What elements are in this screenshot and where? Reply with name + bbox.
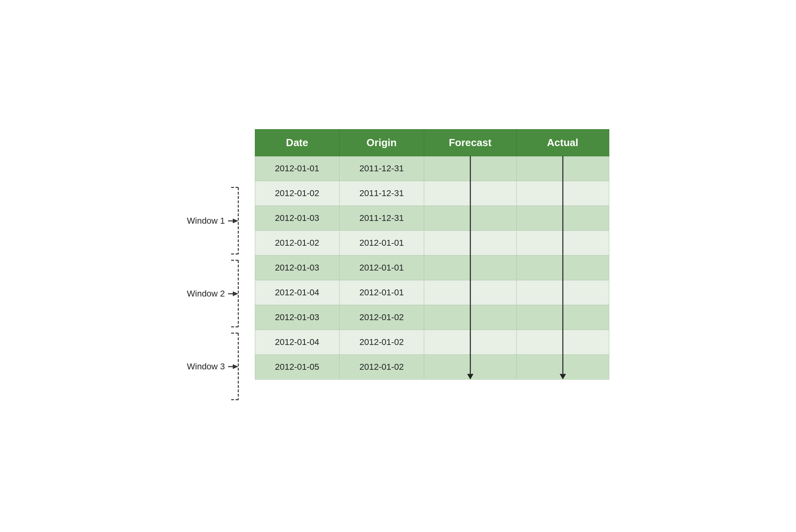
cell-origin: 2012-01-02 <box>340 305 424 330</box>
header-origin: Origin <box>340 130 424 156</box>
header-actual: Actual <box>516 130 609 156</box>
window-2-group: Window 2 <box>187 257 250 330</box>
window-2-bracket-svg <box>227 257 243 330</box>
window-2-bracket <box>227 257 243 330</box>
window-2-label: Window 2 <box>187 289 225 299</box>
window-1-bracket-svg <box>227 184 243 257</box>
cell-actual <box>516 156 609 181</box>
window-3-bracket <box>227 330 243 403</box>
table-row: 2012-01-032012-01-02 <box>255 305 609 330</box>
cell-forecast <box>424 156 516 181</box>
table-row: 2012-01-042012-01-01 <box>255 280 609 305</box>
table-body: 2012-01-012011-12-31 2012-01-022011-12-3… <box>255 156 609 380</box>
cell-origin: 2012-01-02 <box>340 330 424 355</box>
window-1-label: Window 1 <box>187 216 225 226</box>
table-row: 2012-01-022011-12-31 <box>255 181 609 206</box>
cell-origin: 2011-12-31 <box>340 206 424 231</box>
table-row: 2012-01-022012-01-01 <box>255 231 609 256</box>
cell-actual <box>516 280 609 305</box>
cell-date: 2012-01-03 <box>255 206 340 231</box>
cell-date: 2012-01-02 <box>255 231 340 256</box>
cell-actual <box>516 181 609 206</box>
cell-origin: 2012-01-01 <box>340 231 424 256</box>
header-forecast: Forecast <box>424 130 516 156</box>
window-1-group: Window 1 <box>187 184 250 257</box>
cell-date: 2012-01-03 <box>255 256 340 280</box>
cell-actual <box>516 305 609 330</box>
cell-origin: 2011-12-31 <box>340 156 424 181</box>
cell-origin: 2011-12-31 <box>340 181 424 206</box>
cell-forecast <box>424 355 516 380</box>
window-1-bracket <box>227 184 243 257</box>
window-3-group: Window 3 <box>187 330 250 403</box>
table-row: 2012-01-012011-12-31 <box>255 156 609 181</box>
cell-forecast <box>424 280 516 305</box>
table-row: 2012-01-042012-01-02 <box>255 330 609 355</box>
header-row: Date Origin Forecast Actual <box>255 130 609 156</box>
table-row: 2012-01-052012-01-02 <box>255 355 609 380</box>
cell-forecast <box>424 330 516 355</box>
main-layout: Window 1 Window 2 <box>187 129 609 403</box>
main-table: Date Origin Forecast Actual 2012-01-0120… <box>255 129 609 380</box>
cell-forecast <box>424 256 516 280</box>
cell-date: 2012-01-03 <box>255 305 340 330</box>
cell-actual <box>516 206 609 231</box>
table-row: 2012-01-032011-12-31 <box>255 206 609 231</box>
cell-origin: 2012-01-02 <box>340 355 424 380</box>
svg-marker-5 <box>233 219 238 223</box>
cell-date: 2012-01-05 <box>255 355 340 380</box>
cell-origin: 2012-01-01 <box>340 280 424 305</box>
table-wrapper: Date Origin Forecast Actual 2012-01-0120… <box>255 129 609 380</box>
sidebar-labels: Window 1 Window 2 <box>187 129 250 403</box>
cell-date: 2012-01-01 <box>255 156 340 181</box>
cell-forecast <box>424 231 516 256</box>
window-3-label: Window 3 <box>187 361 225 372</box>
cell-actual <box>516 256 609 280</box>
cell-forecast <box>424 181 516 206</box>
cell-forecast <box>424 206 516 231</box>
cell-date: 2012-01-04 <box>255 330 340 355</box>
cell-actual <box>516 355 609 380</box>
cell-date: 2012-01-02 <box>255 181 340 206</box>
cell-actual <box>516 330 609 355</box>
cell-origin: 2012-01-01 <box>340 256 424 280</box>
svg-marker-10 <box>233 291 238 296</box>
cell-actual <box>516 231 609 256</box>
window-3-bracket-svg <box>227 330 243 403</box>
table-row: 2012-01-032012-01-01 <box>255 256 609 280</box>
header-date: Date <box>255 130 340 156</box>
cell-date: 2012-01-04 <box>255 280 340 305</box>
cell-forecast <box>424 305 516 330</box>
svg-marker-15 <box>233 364 238 369</box>
